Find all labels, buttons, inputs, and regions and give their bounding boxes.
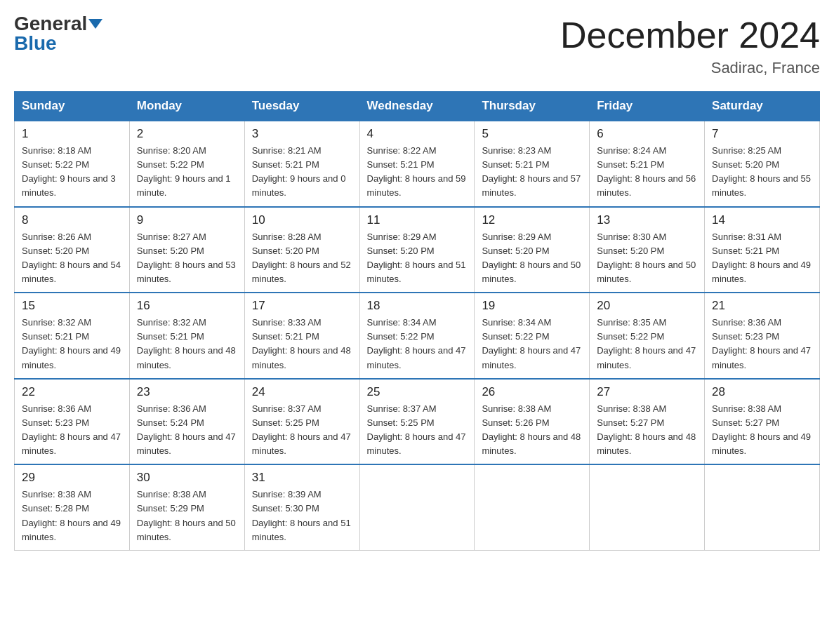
column-header-saturday: Saturday: [705, 92, 820, 121]
calendar-cell: 29Sunrise: 8:38 AMSunset: 5:28 PMDayligh…: [15, 464, 130, 550]
day-info: Sunrise: 8:23 AMSunset: 5:21 PMDaylight:…: [482, 144, 582, 201]
logo: General Blue: [14, 14, 102, 53]
day-info: Sunrise: 8:34 AMSunset: 5:22 PMDaylight:…: [367, 316, 468, 373]
title-section: December 2024 Sadirac, France: [560, 14, 820, 77]
day-info: Sunrise: 8:36 AMSunset: 5:24 PMDaylight:…: [137, 402, 237, 459]
calendar-cell: 18Sunrise: 8:34 AMSunset: 5:22 PMDayligh…: [359, 293, 475, 379]
day-number: 11: [367, 213, 468, 227]
calendar-cell: 10Sunrise: 8:28 AMSunset: 5:20 PMDayligh…: [244, 207, 359, 293]
calendar-cell: 4Sunrise: 8:22 AMSunset: 5:21 PMDaylight…: [359, 121, 475, 207]
day-number: 13: [597, 213, 697, 227]
calendar-cell: 3Sunrise: 8:21 AMSunset: 5:21 PMDaylight…: [244, 121, 359, 207]
calendar-cell: 15Sunrise: 8:32 AMSunset: 5:21 PMDayligh…: [15, 293, 130, 379]
calendar-cell: 17Sunrise: 8:33 AMSunset: 5:21 PMDayligh…: [244, 293, 359, 379]
page-header: General Blue December 2024 Sadirac, Fran…: [14, 14, 820, 77]
day-number: 19: [482, 299, 582, 313]
day-info: Sunrise: 8:29 AMSunset: 5:20 PMDaylight:…: [482, 230, 582, 287]
day-info: Sunrise: 8:34 AMSunset: 5:22 PMDaylight:…: [482, 316, 582, 373]
week-row-1: 1Sunrise: 8:18 AMSunset: 5:22 PMDaylight…: [15, 121, 820, 207]
day-info: Sunrise: 8:25 AMSunset: 5:20 PMDaylight:…: [712, 144, 812, 201]
day-number: 8: [22, 213, 122, 227]
column-header-tuesday: Tuesday: [244, 92, 359, 121]
calendar-title: December 2024: [560, 14, 820, 56]
calendar-cell: 19Sunrise: 8:34 AMSunset: 5:22 PMDayligh…: [475, 293, 590, 379]
day-info: Sunrise: 8:36 AMSunset: 5:23 PMDaylight:…: [22, 402, 122, 459]
day-number: 2: [137, 127, 237, 141]
day-number: 30: [137, 471, 237, 485]
calendar-cell: 26Sunrise: 8:38 AMSunset: 5:26 PMDayligh…: [475, 379, 590, 465]
calendar-cell: 30Sunrise: 8:38 AMSunset: 5:29 PMDayligh…: [129, 464, 244, 550]
column-header-thursday: Thursday: [475, 92, 590, 121]
day-number: 3: [252, 127, 352, 141]
calendar-cell: 8Sunrise: 8:26 AMSunset: 5:20 PMDaylight…: [15, 207, 130, 293]
logo-blue-text: Blue: [14, 34, 57, 53]
day-info: Sunrise: 8:22 AMSunset: 5:21 PMDaylight:…: [367, 144, 468, 201]
day-info: Sunrise: 8:37 AMSunset: 5:25 PMDaylight:…: [367, 402, 468, 459]
calendar-cell: 22Sunrise: 8:36 AMSunset: 5:23 PMDayligh…: [15, 379, 130, 465]
calendar-cell: 13Sunrise: 8:30 AMSunset: 5:20 PMDayligh…: [590, 207, 705, 293]
calendar-cell: 2Sunrise: 8:20 AMSunset: 5:22 PMDaylight…: [129, 121, 244, 207]
day-number: 26: [482, 385, 582, 399]
location-label: Sadirac, France: [560, 59, 820, 77]
calendar-cell: 23Sunrise: 8:36 AMSunset: 5:24 PMDayligh…: [129, 379, 244, 465]
day-info: Sunrise: 8:21 AMSunset: 5:21 PMDaylight:…: [252, 144, 352, 201]
day-info: Sunrise: 8:33 AMSunset: 5:21 PMDaylight:…: [252, 316, 352, 373]
day-info: Sunrise: 8:31 AMSunset: 5:21 PMDaylight:…: [712, 230, 812, 287]
day-info: Sunrise: 8:32 AMSunset: 5:21 PMDaylight:…: [137, 316, 237, 373]
column-header-monday: Monday: [129, 92, 244, 121]
calendar-cell: 6Sunrise: 8:24 AMSunset: 5:21 PMDaylight…: [590, 121, 705, 207]
day-info: Sunrise: 8:38 AMSunset: 5:28 PMDaylight:…: [22, 488, 122, 544]
day-number: 23: [137, 385, 237, 399]
days-header-row: SundayMondayTuesdayWednesdayThursdayFrid…: [15, 92, 820, 121]
day-info: Sunrise: 8:29 AMSunset: 5:20 PMDaylight:…: [367, 230, 468, 287]
day-number: 16: [137, 299, 237, 313]
day-info: Sunrise: 8:32 AMSunset: 5:21 PMDaylight:…: [22, 316, 122, 373]
column-header-wednesday: Wednesday: [359, 92, 475, 121]
calendar-cell: 21Sunrise: 8:36 AMSunset: 5:23 PMDayligh…: [705, 293, 820, 379]
day-number: 27: [597, 385, 697, 399]
day-info: Sunrise: 8:35 AMSunset: 5:22 PMDaylight:…: [597, 316, 697, 373]
day-number: 29: [22, 471, 122, 485]
day-info: Sunrise: 8:39 AMSunset: 5:30 PMDaylight:…: [252, 488, 352, 544]
day-number: 28: [712, 385, 812, 399]
day-number: 1: [22, 127, 122, 141]
calendar-cell: 25Sunrise: 8:37 AMSunset: 5:25 PMDayligh…: [359, 379, 475, 465]
calendar-cell: [359, 464, 475, 550]
day-info: Sunrise: 8:38 AMSunset: 5:27 PMDaylight:…: [712, 402, 812, 459]
day-number: 20: [597, 299, 697, 313]
calendar-table: SundayMondayTuesdayWednesdayThursdayFrid…: [14, 91, 820, 551]
calendar-cell: [590, 464, 705, 550]
day-number: 14: [712, 213, 812, 227]
calendar-cell: 9Sunrise: 8:27 AMSunset: 5:20 PMDaylight…: [129, 207, 244, 293]
day-info: Sunrise: 8:38 AMSunset: 5:29 PMDaylight:…: [137, 488, 237, 544]
calendar-cell: 28Sunrise: 8:38 AMSunset: 5:27 PMDayligh…: [705, 379, 820, 465]
day-info: Sunrise: 8:27 AMSunset: 5:20 PMDaylight:…: [137, 230, 237, 287]
day-number: 31: [252, 471, 352, 485]
column-header-sunday: Sunday: [15, 92, 130, 121]
calendar-cell: 24Sunrise: 8:37 AMSunset: 5:25 PMDayligh…: [244, 379, 359, 465]
day-number: 18: [367, 299, 468, 313]
calendar-cell: 20Sunrise: 8:35 AMSunset: 5:22 PMDayligh…: [590, 293, 705, 379]
day-number: 4: [367, 127, 468, 141]
day-number: 22: [22, 385, 122, 399]
day-info: Sunrise: 8:38 AMSunset: 5:26 PMDaylight:…: [482, 402, 582, 459]
calendar-cell: 31Sunrise: 8:39 AMSunset: 5:30 PMDayligh…: [244, 464, 359, 550]
week-row-2: 8Sunrise: 8:26 AMSunset: 5:20 PMDaylight…: [15, 207, 820, 293]
calendar-cell: 1Sunrise: 8:18 AMSunset: 5:22 PMDaylight…: [15, 121, 130, 207]
week-row-4: 22Sunrise: 8:36 AMSunset: 5:23 PMDayligh…: [15, 379, 820, 465]
calendar-cell: 27Sunrise: 8:38 AMSunset: 5:27 PMDayligh…: [590, 379, 705, 465]
column-header-friday: Friday: [590, 92, 705, 121]
week-row-5: 29Sunrise: 8:38 AMSunset: 5:28 PMDayligh…: [15, 464, 820, 550]
day-number: 17: [252, 299, 352, 313]
day-info: Sunrise: 8:37 AMSunset: 5:25 PMDaylight:…: [252, 402, 352, 459]
day-number: 21: [712, 299, 812, 313]
day-info: Sunrise: 8:26 AMSunset: 5:20 PMDaylight:…: [22, 230, 122, 287]
calendar-cell: 11Sunrise: 8:29 AMSunset: 5:20 PMDayligh…: [359, 207, 475, 293]
calendar-cell: 7Sunrise: 8:25 AMSunset: 5:20 PMDaylight…: [705, 121, 820, 207]
logo-general-text: General: [14, 14, 87, 34]
day-info: Sunrise: 8:38 AMSunset: 5:27 PMDaylight:…: [597, 402, 697, 459]
day-number: 9: [137, 213, 237, 227]
calendar-cell: 5Sunrise: 8:23 AMSunset: 5:21 PMDaylight…: [475, 121, 590, 207]
day-number: 10: [252, 213, 352, 227]
calendar-cell: [705, 464, 820, 550]
